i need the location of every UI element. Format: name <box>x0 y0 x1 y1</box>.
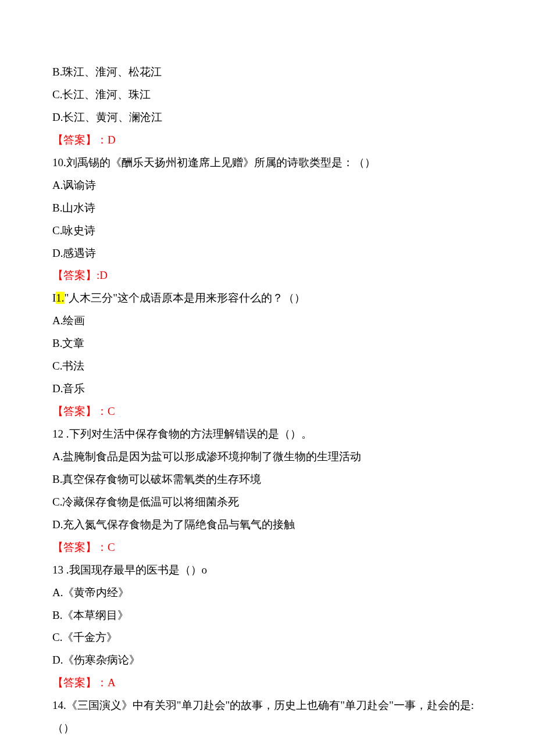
q14-stem-line1: 14.《三国演义》中有关羽"单刀赴会"的故事，历史上也确有"单刀赴会"一事，赴会… <box>52 694 483 717</box>
q10-option-c: C.咏史诗 <box>52 220 483 242</box>
q11-stem: I1."人木三分"这个成语原本是用来形容什么的？（） <box>52 287 483 310</box>
q9-option-d: D.长江、黄河、澜沧江 <box>52 106 483 129</box>
q13-answer-value: A <box>108 676 116 689</box>
q13-option-c: C.《千金方》 <box>52 626 483 649</box>
q12-option-b: B.真空保存食物可以破坏需氧类的生存环境 <box>52 468 483 491</box>
q11-option-a: A.绘画 <box>52 310 483 332</box>
q9-answer-label: 【答案】： <box>52 134 108 146</box>
q10-option-b: B.山水诗 <box>52 197 483 220</box>
q12-answer-value: C <box>108 541 115 553</box>
q13-option-b: B.《本草纲目》 <box>52 604 483 627</box>
q11-stem-rest: "人木三分"这个成语原本是用来形容什么的？（） <box>65 292 306 304</box>
q10-option-a: A.讽谕诗 <box>52 174 483 197</box>
q9-option-b: B.珠江、淮河、松花江 <box>52 61 483 84</box>
q9-answer: 【答案】：D <box>52 129 483 152</box>
q12-answer-label: 【答案】： <box>52 541 108 553</box>
q10-answer-label: 【答案】 <box>52 269 97 281</box>
q11-option-d: D.音乐 <box>52 378 483 400</box>
q10-answer-value: :D <box>97 269 108 281</box>
q11-answer: 【答案】：C <box>52 400 483 423</box>
q11-answer-label: 【答案】： <box>52 405 108 417</box>
q13-option-d: D.《伤寒杂病论》 <box>52 649 483 672</box>
q13-answer: 【答案】：A <box>52 672 483 694</box>
q10-stem: 10.刘禹锡的《酬乐天扬州初逢席上见赠》所属的诗歌类型是：（） <box>52 152 483 174</box>
q9-option-c: C.长江、淮河、珠江 <box>52 84 483 106</box>
q12-option-a: A.盐腌制食品是因为盐可以形成渗环境抑制了微生物的生理活动 <box>52 446 483 468</box>
q12-option-d: D.充入氮气保存食物是为了隔绝食品与氧气的接触 <box>52 514 483 536</box>
q12-option-c: C.冷藏保存食物是低温可以将细菌杀死 <box>52 491 483 514</box>
q12-answer: 【答案】：C <box>52 536 483 559</box>
q11-option-b: B.文章 <box>52 332 483 355</box>
q10-option-d: D.感遇诗 <box>52 242 483 265</box>
q13-answer-label: 【答案】： <box>52 676 108 689</box>
q13-stem: 13 .我国现存最早的医书是（）o <box>52 559 483 582</box>
q10-answer: 【答案】:D <box>52 264 483 287</box>
q12-stem: 12 .下列对生活中保存食物的方法理解错误的是（）。 <box>52 423 483 446</box>
q11-stem-highlight: 1. <box>56 292 64 304</box>
q11-answer-value: C <box>108 405 115 417</box>
q9-answer-value: D <box>108 134 116 146</box>
q13-option-a: A.《黄帝内经》 <box>52 582 483 604</box>
q11-option-c: C.书法 <box>52 355 483 378</box>
q14-stem-line2: （） <box>52 717 483 740</box>
